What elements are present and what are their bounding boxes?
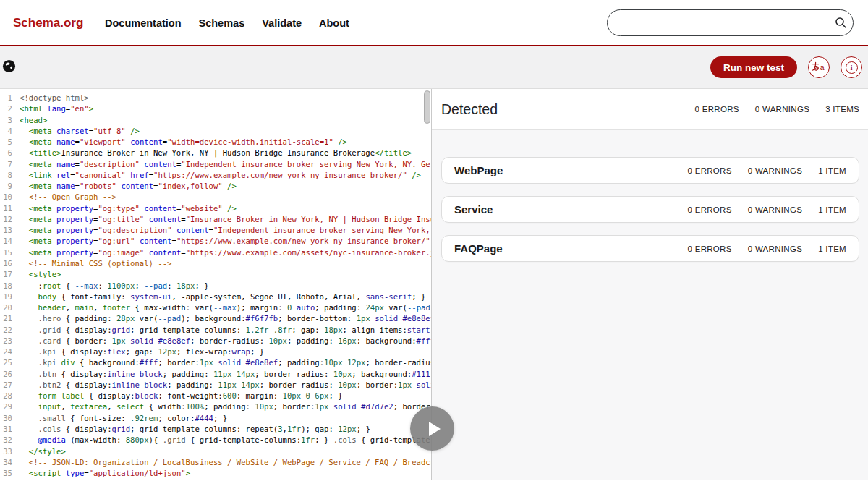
code-text: <meta name="robots" content="index,follo… — [20, 181, 431, 192]
code-text: <head> — [20, 115, 431, 126]
code-line: 9 <meta name="robots" content="index,fol… — [0, 181, 431, 192]
search-icon[interactable] — [828, 17, 853, 29]
line-number: 21 — [0, 313, 20, 324]
code-text: input, textarea, select { width:100%; pa… — [20, 401, 431, 412]
code-text: <meta property="og:url" content="https:/… — [20, 236, 431, 247]
search-input[interactable] — [608, 10, 828, 35]
code-line: 22 .grid { display:grid; grid-template-c… — [0, 325, 431, 336]
info-button[interactable]: i — [841, 56, 862, 78]
card-title: Service — [454, 203, 493, 216]
line-number: 14 — [0, 236, 20, 247]
run-new-test-button[interactable]: Run new test — [710, 56, 797, 78]
line-number: 7 — [0, 159, 20, 170]
code-text: .small { font-size: .92rem; color:#444; … — [20, 413, 431, 424]
line-number: 26 — [0, 369, 20, 380]
code-line: 25 .kpi div { background:#fff; border:1p… — [0, 357, 431, 368]
code-line: 35 <script type="application/ld+json"> — [0, 468, 431, 479]
line-number: 6 — [0, 148, 20, 158]
results-panel: Detected 0 ERRORS0 WARNINGS3 ITEMS WebPa… — [432, 89, 868, 480]
code-text: <meta name="description" content="Indepe… — [20, 159, 431, 170]
stat-badge: 0 WARNINGS — [748, 166, 802, 175]
code-line: 8 <link rel="canonical" href="https://ww… — [0, 170, 431, 181]
code-text: <script type="application/ld+json"> — [20, 468, 431, 479]
code-line: 6 <title>Insurance Broker in New York, N… — [0, 148, 431, 158]
code-line: 30 .small { font-size: .92rem; color:#44… — [0, 413, 431, 424]
line-number: 19 — [0, 291, 20, 302]
card-stats: 0 ERRORS0 WARNINGS1 ITEM — [688, 166, 847, 175]
line-number: 27 — [0, 380, 20, 391]
nav-item-schemas[interactable]: Schemas — [199, 17, 245, 29]
code-line: 19 body { font-family: system-ui, -apple… — [0, 291, 431, 302]
result-card-webpage[interactable]: WebPage0 ERRORS0 WARNINGS1 ITEM — [441, 157, 859, 184]
code-text: <!-- Open Graph --> — [20, 192, 431, 203]
code-text: <meta property="og:description" content=… — [20, 225, 431, 236]
code-line: 31 .cols { display:grid; grid-template-c… — [0, 424, 431, 435]
svg-text:a: a — [820, 62, 824, 71]
code-line: 2<html lang="en"> — [0, 103, 431, 114]
code-text: .hero { padding: 28px var(--pad); backgr… — [20, 313, 431, 324]
stat-badge: 0 ERRORS — [695, 105, 739, 114]
code-line: 12 <meta property="og:title" content="In… — [0, 214, 431, 225]
line-number: 20 — [0, 302, 20, 313]
code-text: <meta property="og:image" content="https… — [20, 247, 431, 258]
line-number: 28 — [0, 391, 20, 401]
detected-header: Detected 0 ERRORS0 WARNINGS3 ITEMS — [432, 89, 868, 130]
line-number: 34 — [0, 457, 20, 468]
code-text: <link rel="canonical" href="https://www.… — [20, 170, 431, 181]
code-text: <!-- Minimal CSS (optional) --> — [20, 258, 431, 269]
nav-item-validate[interactable]: Validate — [262, 17, 302, 29]
line-number: 16 — [0, 258, 20, 269]
stat-badge: 1 ITEM — [818, 166, 846, 175]
site-header: Schema.org DocumentationSchemasValidateA… — [0, 0, 868, 46]
code-text: header, main, footer { max-width: var(--… — [20, 302, 431, 313]
code-text: <style> — [20, 269, 431, 280]
code-text: { — [20, 479, 431, 480]
line-number: 25 — [0, 357, 20, 368]
code-line: 18 :root { --max: 1100px; --pad: 18px; } — [0, 281, 431, 291]
result-card-service[interactable]: Service0 ERRORS0 WARNINGS1 ITEM — [441, 196, 859, 223]
stat-badge: 0 WARNINGS — [755, 105, 809, 114]
code-line: 29 input, textarea, select { width:100%;… — [0, 401, 431, 412]
line-number: 12 — [0, 214, 20, 225]
code-text: <!-- JSON-LD: Organization / LocalBusine… — [20, 457, 431, 468]
code-line: 5 <meta name="viewport" content="width=d… — [0, 137, 431, 148]
code-text: .kpi div { background:#fff; border:1px s… — [20, 357, 431, 368]
line-number: 17 — [0, 269, 20, 280]
nav-item-about[interactable]: About — [319, 17, 349, 29]
code-text: @media (max-width: 880px){ .grid { grid-… — [20, 435, 431, 446]
info-icon: i — [846, 61, 858, 74]
code-line: 21 .hero { padding: 28px var(--pad); bac… — [0, 313, 431, 324]
line-number: 36 — [0, 479, 20, 480]
globe-icon — [2, 59, 16, 76]
stat-badge: 0 WARNINGS — [748, 244, 802, 253]
translate-language-button[interactable]: a — [808, 56, 830, 78]
code-editor[interactable]: 1<!doctype html>2<html lang="en">3<head>… — [0, 89, 432, 480]
line-number: 18 — [0, 281, 20, 291]
code-text: <!doctype html> — [20, 93, 431, 103]
result-card-faqpage[interactable]: FAQPage0 ERRORS0 WARNINGS1 ITEM — [441, 235, 859, 262]
schema-org-logo[interactable]: Schema.org — [13, 16, 83, 30]
code-text: .btn2 { display:inline-block; padding: 1… — [20, 380, 431, 391]
stat-badge: 1 ITEM — [818, 205, 846, 214]
line-number: 23 — [0, 336, 20, 346]
validator-toolbar: Run new test a i — [0, 46, 868, 89]
run-test-play-button[interactable] — [410, 406, 454, 451]
line-number: 24 — [0, 346, 20, 357]
line-number: 35 — [0, 468, 20, 479]
line-number: 15 — [0, 247, 20, 258]
code-lines: 1<!doctype html>2<html lang="en">3<head>… — [0, 89, 431, 480]
code-line: 33 </style> — [0, 446, 431, 457]
translate-icon: a — [812, 61, 827, 75]
line-number: 9 — [0, 181, 20, 192]
editor-scrollbar[interactable] — [424, 90, 430, 124]
code-line: 20 header, main, footer { max-width: var… — [0, 302, 431, 313]
line-number: 8 — [0, 170, 20, 181]
code-line: 10 <!-- Open Graph --> — [0, 192, 431, 203]
line-number: 33 — [0, 446, 20, 457]
code-line: 28 form label { display:block; font-weig… — [0, 391, 431, 401]
line-number: 32 — [0, 435, 20, 446]
code-line: 17 <style> — [0, 269, 431, 280]
search-box[interactable] — [607, 9, 854, 36]
code-text: .btn { display:inline-block; padding: 11… — [20, 369, 431, 380]
nav-item-documentation[interactable]: Documentation — [105, 17, 182, 29]
